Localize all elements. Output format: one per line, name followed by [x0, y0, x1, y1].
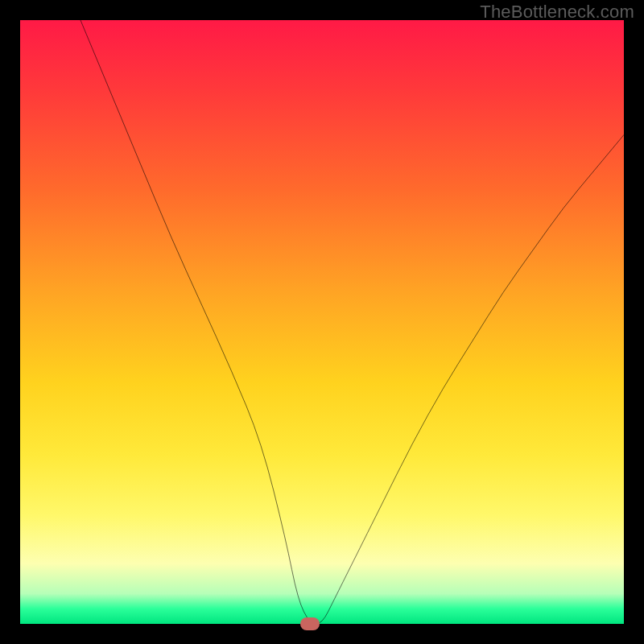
plot-area: [20, 20, 624, 624]
curve-layer: [20, 20, 624, 624]
watermark-text: TheBottleneck.com: [480, 2, 634, 23]
chart-stage: TheBottleneck.com: [0, 0, 644, 644]
optimum-marker: [300, 617, 320, 630]
bottleneck-curve-path: [80, 20, 624, 624]
